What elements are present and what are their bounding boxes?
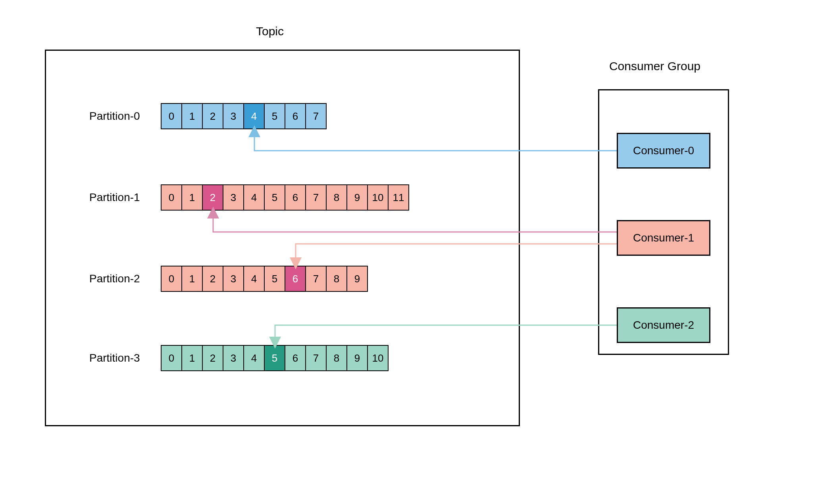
offset-cell: 7	[305, 345, 327, 371]
offset-cell: 9	[346, 345, 368, 371]
offset-cell: 0	[161, 345, 182, 371]
partition-2-label: Partition-2	[89, 272, 161, 285]
consumer-1-label: Consumer-1	[633, 232, 694, 244]
offset-cell: 10	[367, 345, 389, 371]
kafka-topic-diagram: Topic Consumer Group Partition-0 0123456…	[0, 0, 837, 504]
offset-cell: 11	[388, 184, 409, 211]
offset-cell: 0	[161, 103, 182, 129]
offset-cell: 5	[264, 184, 285, 211]
offset-cell: 7	[305, 103, 327, 129]
partition-2-row: Partition-2 0123456789	[89, 266, 368, 292]
offset-cell: 2	[202, 103, 223, 129]
offset-cell: 6	[285, 266, 306, 292]
offset-cell: 4	[243, 103, 265, 129]
consumer-2-label: Consumer-2	[633, 319, 694, 332]
offset-cell: 7	[305, 184, 327, 211]
offset-cell: 3	[223, 266, 244, 292]
partition-3-label: Partition-3	[89, 352, 161, 364]
offset-cell: 9	[346, 184, 368, 211]
partition-0-label: Partition-0	[89, 110, 161, 123]
topic-title: Topic	[246, 25, 294, 38]
offset-cell: 4	[243, 184, 265, 211]
consumer-0-label: Consumer-0	[633, 144, 694, 157]
partition-0-cells: 01234567	[161, 103, 327, 129]
consumer-0-box: Consumer-0	[617, 133, 710, 169]
offset-cell: 1	[181, 345, 203, 371]
partition-1-cells: 01234567891011	[161, 184, 409, 211]
partition-3-row: Partition-3 012345678910	[89, 345, 389, 371]
offset-cell: 2	[202, 184, 223, 211]
consumer-1-box: Consumer-1	[617, 220, 710, 256]
consumer-group-title: Consumer Group	[591, 59, 718, 73]
partition-0-row: Partition-0 01234567	[89, 103, 327, 129]
offset-cell: 6	[285, 184, 306, 211]
offset-cell: 9	[346, 266, 368, 292]
partition-3-cells: 012345678910	[161, 345, 389, 371]
offset-cell: 3	[223, 103, 244, 129]
offset-cell: 3	[223, 345, 244, 371]
offset-cell: 2	[202, 266, 223, 292]
offset-cell: 4	[243, 266, 265, 292]
offset-cell: 0	[161, 184, 182, 211]
offset-cell: 7	[305, 266, 327, 292]
consumer-2-box: Consumer-2	[617, 307, 710, 343]
offset-cell: 8	[326, 345, 347, 371]
offset-cell: 5	[264, 345, 285, 371]
offset-cell: 8	[326, 184, 347, 211]
offset-cell: 0	[161, 266, 182, 292]
offset-cell: 6	[285, 103, 306, 129]
partition-1-label: Partition-1	[89, 191, 161, 204]
offset-cell: 3	[223, 184, 244, 211]
offset-cell: 4	[243, 345, 265, 371]
offset-cell: 10	[367, 184, 389, 211]
offset-cell: 5	[264, 103, 285, 129]
offset-cell: 1	[181, 103, 203, 129]
partition-1-row: Partition-1 01234567891011	[89, 184, 409, 211]
partition-2-cells: 0123456789	[161, 266, 368, 292]
offset-cell: 1	[181, 266, 203, 292]
offset-cell: 1	[181, 184, 203, 211]
offset-cell: 6	[285, 345, 306, 371]
offset-cell: 5	[264, 266, 285, 292]
offset-cell: 2	[202, 345, 223, 371]
offset-cell: 8	[326, 266, 347, 292]
